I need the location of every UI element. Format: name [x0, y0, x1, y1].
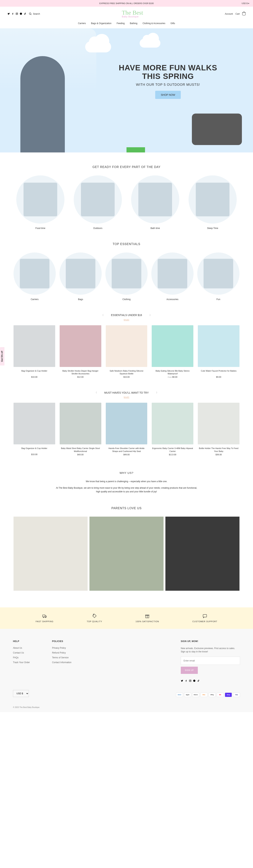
day-item-sleep[interactable]: Sleep Time [186, 176, 240, 229]
hero-product-image [192, 114, 242, 145]
circle-label: Sleep Time [186, 227, 240, 229]
twitter-icon[interactable] [181, 679, 183, 683]
product-image [60, 325, 101, 367]
product-card[interactable]: Bottle Holder The Hands Free Way To Feed… [198, 403, 240, 456]
product-name: Bag Organizer & Cup Holder [13, 447, 55, 453]
day-item-bath[interactable]: Bath time [128, 176, 182, 229]
arrow-right-icon[interactable]: 〉 [156, 391, 158, 394]
announcement-currency[interactable]: USD $ ▾ [242, 2, 249, 5]
arrow-right-icon[interactable]: 〉 [150, 314, 152, 317]
product-card[interactable]: Baby Waist Stool Baby Carrier Single Sto… [60, 403, 101, 456]
hero-content: HAVE MORE FUN WALKS THIS SPRING WITH OUR… [116, 64, 220, 99]
essential-clothing[interactable]: Clothing [105, 252, 148, 301]
hero-image [0, 28, 96, 152]
hero-title-line1: HAVE MORE FUN WALKS [119, 63, 217, 72]
nav-bags[interactable]: Bags & Organization [91, 22, 112, 25]
product-card[interactable]: Safe Newborn Baby Feeding Silicone Squee… [106, 325, 148, 378]
product-name: Hands-Free Shoulder Carrier with Ankle S… [106, 447, 148, 453]
footer-link-track[interactable]: Track Your Order [13, 661, 30, 664]
twitter-icon[interactable] [7, 12, 10, 16]
signup-button[interactable]: SIGN UP [181, 666, 198, 674]
product-name: Safe Newborn Baby Feeding Silicone Squee… [106, 370, 148, 375]
section-reviews: PARENTS LOVE US [8, 506, 245, 591]
payment-discover-icon: Disc [200, 692, 208, 697]
perk-label: TOP QUALITY [87, 620, 102, 623]
nav-carriers[interactable]: Carriers [78, 22, 86, 25]
instagram-icon[interactable] [15, 12, 18, 16]
nav-clothing[interactable]: Clothing & Accessories [143, 22, 165, 25]
currency-select[interactable]: USD $ [13, 690, 29, 697]
pinterest-icon[interactable] [193, 679, 196, 683]
product-name: Cute Water Faucet Protector for Babies [198, 370, 240, 375]
arrow-left-icon[interactable]: 〈 [95, 391, 97, 394]
nav-feeding[interactable]: Feeding [117, 22, 125, 25]
tiktok-icon[interactable] [197, 679, 200, 683]
cart-icon[interactable] [242, 12, 246, 16]
products-row: Bag Organizer & Cup Holder$10.00 Baby Wa… [13, 403, 240, 456]
side-promo-tab[interactable]: Get 5% off [0, 347, 4, 366]
tiktok-icon[interactable] [24, 12, 26, 16]
review-image[interactable] [90, 517, 163, 591]
whyus-p2: At The Best Baby Boutique, we aim to bri… [54, 486, 199, 494]
footer-link-faqs[interactable]: FAQs [13, 656, 30, 659]
product-card[interactable]: Bag Organizer & Cup Holder$10.00 [13, 325, 55, 378]
day-circles: Food time Outdoors Bath time Sleep Time [13, 176, 240, 229]
circle-image [151, 252, 194, 295]
product-name: Bag Organizer & Cup Holder [13, 370, 55, 375]
section-must-haves: 〈 MUST HAVES YOU'LL WANT TO TRY 〉 SALE! … [8, 391, 245, 456]
product-price: $49.00 [106, 454, 148, 456]
day-item-outdoors[interactable]: Outdoors [71, 176, 125, 229]
footer-link-terms[interactable]: Terms of Service [52, 656, 71, 659]
product-price: $10.00 [13, 376, 55, 378]
essential-fun[interactable]: Fun [197, 252, 240, 301]
payment-mastercard-icon: MC [217, 692, 224, 697]
product-card[interactable]: Baby Eating Silicone Bib Baby Stereo Wat… [152, 325, 193, 378]
product-card[interactable]: Bag Organizer & Cup Holder$10.00 [13, 403, 55, 456]
product-image [198, 325, 240, 367]
facebook-icon[interactable] [185, 679, 187, 683]
account-link[interactable]: Account [225, 12, 233, 15]
pinterest-icon[interactable] [20, 12, 22, 16]
circle-image [74, 176, 122, 224]
footer-link-contact[interactable]: Contact Us [13, 651, 30, 654]
essential-accessories[interactable]: Accessories [151, 252, 194, 301]
footer-policies: POLICIES Privacy Policy Refund Policy Te… [52, 640, 71, 683]
signup-text: New arrivals. Exclusive previews. First … [181, 647, 240, 653]
review-image[interactable] [13, 517, 88, 591]
section-title: TOP ESSENTIALS [13, 243, 240, 246]
circle-image [105, 252, 148, 295]
email-input[interactable] [181, 657, 240, 665]
section-title: PARENTS LOVE US [13, 506, 240, 510]
shop-now-button[interactable]: SHOP NOW [155, 91, 181, 99]
perk-support: CUSTOMER SUPPORT [192, 614, 217, 623]
price-value: $8.00 [172, 376, 178, 378]
footer-link-about[interactable]: About Us [13, 647, 30, 649]
footer-link-privacy[interactable]: Privacy Policy [52, 647, 71, 649]
nav-gifts[interactable]: Gifts [170, 22, 175, 25]
product-card[interactable]: Ergonomic Baby Carrier 0-48M Baby Hipsea… [152, 403, 193, 456]
social-links [7, 12, 26, 16]
products-row: Bag Organizer & Cup Holder$10.00 Baby St… [13, 325, 240, 378]
instagram-icon[interactable] [189, 679, 191, 683]
logo[interactable]: The Best Baby Boutique [122, 10, 143, 18]
perk-shipping: FAST SHIPPING [36, 614, 54, 623]
perk-quality: TOP QUALITY [87, 614, 102, 623]
product-card[interactable]: Baby Stroller Hooks Diaper Bag Hanger St… [60, 325, 101, 378]
svg-point-3 [20, 12, 22, 15]
footer-link-contactinfo[interactable]: Contact Information [52, 661, 71, 664]
arrow-left-icon[interactable]: 〈 [101, 314, 103, 317]
footer-bottom: USD $ Amex Apple Diners Disc GPay MC Sho… [0, 690, 253, 703]
review-image[interactable] [165, 517, 240, 591]
facebook-icon[interactable] [11, 12, 14, 16]
footer-link-refund[interactable]: Refund Policy [52, 651, 71, 654]
search-button[interactable]: Search [29, 12, 40, 16]
product-name: Ergonomic Baby Carrier 0-48M Baby Hipsea… [152, 447, 193, 453]
price-from: From [168, 376, 172, 378]
product-card[interactable]: Hands-Free Shoulder Carrier with Ankle S… [106, 403, 148, 456]
nav-bathing[interactable]: Bathing [130, 22, 137, 25]
essential-bags[interactable]: Bags [59, 252, 102, 301]
day-item-food[interactable]: Food time [13, 176, 67, 229]
essential-carriers[interactable]: Carriers [13, 252, 56, 301]
product-card[interactable]: Cute Water Faucet Protector for Babies$9… [198, 325, 240, 378]
hero-subtitle: WITH OUR TOP 5 OUTDOOR MUSTS! [116, 83, 220, 87]
